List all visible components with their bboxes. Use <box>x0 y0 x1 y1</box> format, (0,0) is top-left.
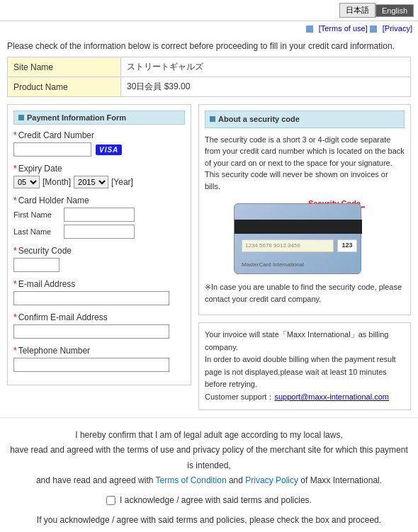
year-label: [Year] <box>111 177 133 187</box>
email-required-mark: * <box>13 279 17 289</box>
main-layout: Payment Information Form *Credit Card Nu… <box>0 104 418 410</box>
billing-panel: Your invoice will state「Maxx Internation… <box>198 322 411 410</box>
terms-line3: and have read and agreed with Terms of C… <box>7 473 411 489</box>
security-code-label: *Security Code <box>13 246 185 256</box>
payment-form-title: Payment Information Form <box>27 113 126 122</box>
first-name-input[interactable] <box>64 208 135 222</box>
security-header-icon <box>210 116 215 122</box>
confirm-email-input[interactable] <box>13 324 169 339</box>
expiry-field: *Expiry Date 01020304 05060708 09101112 … <box>13 164 185 188</box>
card-cvv: 123 <box>337 239 357 252</box>
visa-badge: VISA <box>96 145 122 155</box>
expiry-month-select[interactable]: 01020304 05060708 09101112 <box>13 176 40 188</box>
intro-text: Please check of the information below is… <box>0 35 418 57</box>
terms-icon <box>306 26 313 33</box>
product-name-row: Product Name 30日会員 $39.00 <box>8 77 411 97</box>
expiry-required-mark: * <box>13 164 17 174</box>
terms-checkbox[interactable] <box>106 496 115 505</box>
terms-checkbox-row: I acknowledge / agree with said terms an… <box>7 493 411 509</box>
email-field: *E-mail Address <box>13 279 185 305</box>
telephone-input[interactable] <box>13 358 169 372</box>
card-signature-strip: 1234 5678 9012 3456 <box>242 239 334 252</box>
security-header: About a security code <box>205 111 405 128</box>
top-bar: 日本語 English <box>0 0 418 21</box>
terms-of-condition-link[interactable]: Terms of Condition <box>156 475 227 485</box>
terms-line1: I hereby confirm that I am of legal adul… <box>7 428 411 443</box>
cc-input-row: VISA <box>13 142 185 157</box>
billing-support: Customer support：support@maxx-internatio… <box>205 391 405 404</box>
first-name-label: First Name <box>13 210 60 219</box>
info-table: Site Name ストリートギャルズ Product Name 30日会員 $… <box>7 57 411 97</box>
card-body: 1234 5678 9012 3456 123 MasterCard Inter… <box>234 203 361 274</box>
last-name-label: Last Name <box>13 227 60 236</box>
confirm-email-field: *Confirm E-mail Address <box>13 312 185 339</box>
security-note: ※In case you are unable to find the secu… <box>205 281 405 305</box>
product-name-label: Product Name <box>8 77 121 97</box>
confirm-email-required-mark: * <box>13 312 17 322</box>
terms-checkbox-label: I acknowledge / agree with said terms an… <box>120 493 312 509</box>
email-label: *E-mail Address <box>13 279 185 289</box>
last-name-row: Last Name <box>13 225 185 239</box>
links-row: [Terms of use] [Privacy] <box>0 21 418 35</box>
cc-number-input[interactable] <box>13 142 91 157</box>
support-email-link[interactable]: support@maxx-international.com <box>274 392 389 401</box>
privacy-icon <box>370 26 377 33</box>
security-required-mark: * <box>13 246 17 256</box>
security-panel: About a security code The security code … <box>198 104 411 315</box>
bottom-section: I hereby confirm that I am of legal adul… <box>0 417 418 532</box>
product-name-value: 30日会員 $39.00 <box>121 77 411 97</box>
site-name-value: ストリートギャルズ <box>121 57 411 77</box>
card-bottom-text: MasterCard International <box>242 261 304 269</box>
expiry-row: 01020304 05060708 09101112 [Month] 20142… <box>13 176 185 188</box>
left-column: Payment Information Form *Credit Card Nu… <box>7 104 191 410</box>
telephone-required-mark: * <box>13 346 17 356</box>
terms-checkbox-note: If you acknowledge / agree with said ter… <box>7 513 411 528</box>
security-description: The security code is a short 3 or 4-digi… <box>205 134 405 193</box>
first-name-row: First Name <box>13 208 185 222</box>
month-label: [Month] <box>43 177 71 187</box>
card-stripe <box>235 220 362 234</box>
expiry-year-select[interactable]: 201420152016 201720182019 2020 <box>74 176 108 188</box>
right-column: About a security code The security code … <box>198 104 411 410</box>
security-code-field: *Security Code <box>13 246 185 272</box>
card-holder-field: *Card Holder Name First Name Last Name <box>13 196 185 239</box>
telephone-field: *Telephone Number <box>13 346 185 372</box>
cc-number-field: *Credit Card Number VISA <box>13 130 185 157</box>
terms-line2: have read and agreed with the terms of u… <box>7 443 411 473</box>
site-name-label: Site Name <box>8 57 121 77</box>
holder-required-mark: * <box>13 196 17 205</box>
security-code-input[interactable] <box>13 258 60 272</box>
billing-text1: Your invoice will state「Maxx Internation… <box>205 329 405 353</box>
payment-form-section: Payment Information Form *Credit Card Nu… <box>7 104 191 385</box>
last-name-input[interactable] <box>64 225 135 239</box>
expiry-label: *Expiry Date <box>13 164 185 174</box>
card-diagram: Security Code 1234 5678 9012 3456 <box>234 198 375 276</box>
cc-required-mark: * <box>13 130 17 140</box>
privacy-link[interactable]: [Privacy] <box>383 24 412 33</box>
payment-form-header: Payment Information Form <box>13 111 185 125</box>
cc-number-label: *Credit Card Number <box>13 130 185 140</box>
site-name-row: Site Name ストリートギャルズ <box>8 57 411 77</box>
header-square-icon <box>18 115 24 120</box>
billing-text2: In order to avoid double billing when th… <box>205 353 405 391</box>
lang-en-button[interactable]: English <box>375 4 414 17</box>
terms-link[interactable]: [Terms of use] <box>319 24 368 33</box>
card-holder-label: *Card Holder Name <box>13 196 185 205</box>
telephone-label: *Telephone Number <box>13 346 185 356</box>
name-row: First Name Last Name <box>13 208 185 239</box>
privacy-policy-link[interactable]: Privacy Policy <box>245 475 298 485</box>
email-input[interactable] <box>13 291 169 305</box>
lang-ja-button[interactable]: 日本語 <box>339 3 375 18</box>
confirm-email-label: *Confirm E-mail Address <box>13 312 185 322</box>
security-title: About a security code <box>218 113 300 125</box>
